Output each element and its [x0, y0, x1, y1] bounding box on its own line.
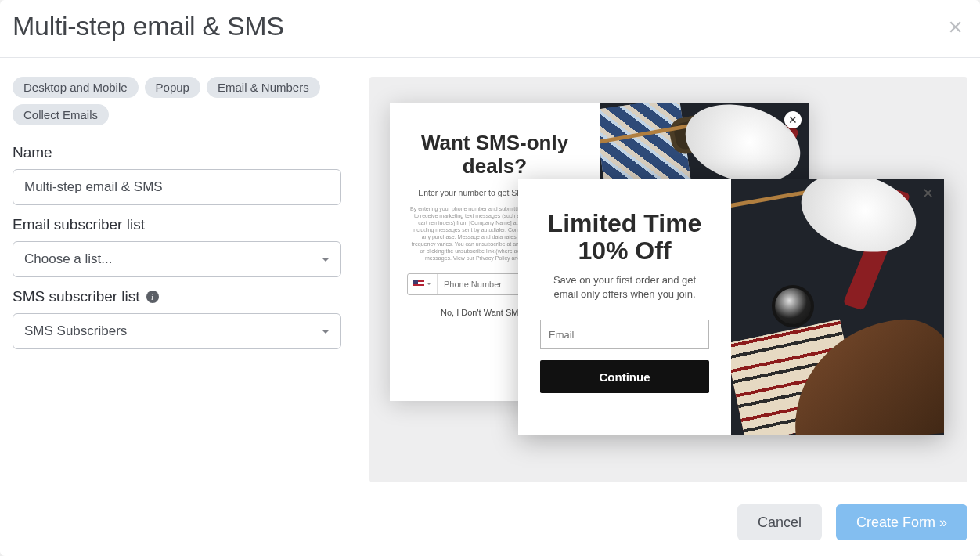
preview-email-heading: Limited Time 10% Off	[540, 210, 709, 264]
tag-popup[interactable]: Popup	[145, 77, 200, 98]
create-form-button[interactable]: Create Form »	[836, 504, 967, 540]
close-icon[interactable]: ×	[943, 14, 967, 39]
preview-email-content: Limited Time 10% Off Save on your first …	[518, 179, 731, 435]
sms-list-value: SMS Subscribers	[24, 323, 127, 339]
country-select[interactable]	[408, 274, 438, 294]
modal-body: Desktop and Mobile Popup Email & Numbers…	[0, 58, 980, 492]
flag-us-icon	[413, 280, 424, 287]
modal-footer: Cancel Create Form »	[0, 492, 980, 556]
form-pane: Desktop and Mobile Popup Email & Numbers…	[13, 77, 341, 482]
name-input[interactable]	[13, 169, 341, 205]
preview-email-input[interactable]	[540, 320, 709, 349]
preview-image-placeholder	[731, 179, 944, 435]
preview-pane: Want SMS-only deals? Enter your number t…	[369, 77, 967, 482]
preview-email-sub: Save on your first order and get email o…	[540, 273, 709, 301]
sms-list-select[interactable]: SMS Subscribers	[13, 313, 341, 349]
chevron-down-icon	[322, 330, 330, 334]
preview-email-popup: Limited Time 10% Off Save on your first …	[518, 179, 944, 435]
tag-collect-emails[interactable]: Collect Emails	[13, 104, 109, 125]
preview-sms-heading: Want SMS-only deals?	[407, 132, 582, 179]
chevron-down-icon	[322, 258, 330, 262]
email-list-value: Choose a list...	[24, 251, 112, 267]
name-label: Name	[13, 144, 341, 161]
preview-email-close-icon[interactable]: ✕	[919, 185, 936, 202]
preview-email-image: ✕	[731, 179, 944, 435]
preview-continue-button[interactable]: Continue	[540, 360, 709, 393]
sms-list-label: SMS subscriber list i	[13, 288, 341, 305]
preview-sms-close-icon[interactable]: ✕	[784, 111, 802, 128]
modal-header: Multi-step email & SMS ×	[0, 0, 980, 58]
sms-list-label-text: SMS subscriber list	[13, 288, 140, 305]
tag-desktop-mobile[interactable]: Desktop and Mobile	[13, 77, 139, 98]
modal-title: Multi-step email & SMS	[13, 11, 284, 42]
modal: Multi-step email & SMS × Desktop and Mob…	[0, 0, 980, 556]
info-icon[interactable]: i	[146, 291, 159, 303]
cancel-button[interactable]: Cancel	[737, 504, 822, 540]
tag-list: Desktop and Mobile Popup Email & Numbers…	[13, 77, 341, 125]
chevron-down-icon	[427, 283, 431, 285]
email-list-label: Email subscriber list	[13, 216, 341, 233]
email-list-select[interactable]: Choose a list...	[13, 241, 341, 277]
tag-email-numbers[interactable]: Email & Numbers	[207, 77, 320, 98]
